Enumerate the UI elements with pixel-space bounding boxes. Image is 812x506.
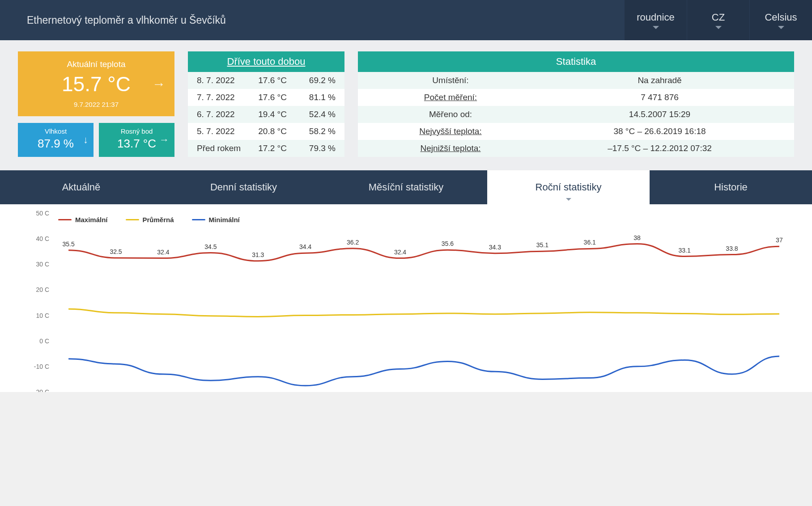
history-temp: 17.6 °C xyxy=(251,93,293,102)
tab-denní-statistiky[interactable]: Denní statistiky xyxy=(162,170,325,204)
humidity-label: Vlhkost xyxy=(21,127,91,135)
history-date: Před rokem xyxy=(197,143,251,153)
data-label: 37 xyxy=(776,236,783,244)
tab-aktuálně[interactable]: Aktuálně xyxy=(0,170,162,204)
y-tick-label: 40 C xyxy=(31,235,49,242)
y-tick-label: 0 C xyxy=(31,337,49,345)
stats-row[interactable]: Nejnižší teplota:–17.5 °C – 12.2.2012 07… xyxy=(358,140,794,157)
history-row[interactable]: 8. 7. 202217.6 °C69.2 % xyxy=(188,72,344,89)
stats-key[interactable]: Počet měření: xyxy=(367,93,534,102)
history-date: 5. 7. 2022 xyxy=(197,126,251,136)
stats-key: Umístění: xyxy=(367,76,534,85)
stats-key[interactable]: Nejnižší teplota: xyxy=(367,143,534,153)
current-cards: Aktuální teplota 15.7 °C 9.7.2022 21:37 … xyxy=(18,51,174,157)
data-label: 32.4 xyxy=(394,249,406,256)
stats-key: Měřeno od: xyxy=(367,110,534,119)
humidity-card[interactable]: Vlhkost 87.9 % ↓ xyxy=(18,123,94,157)
data-label: 36.1 xyxy=(584,239,596,246)
temp-value: 15.7 °C xyxy=(22,72,170,96)
data-label: 33.8 xyxy=(726,245,738,252)
series-Maximální xyxy=(68,244,779,261)
stats-row: Umístění:Na zahradě xyxy=(358,72,794,89)
history-hum: 79.3 % xyxy=(293,143,336,153)
arrow-down-icon: ↓ xyxy=(83,134,88,146)
history-temp: 19.4 °C xyxy=(251,110,293,119)
language-select-value: CZ xyxy=(712,12,725,23)
tab-měsíční-statistiky[interactable]: Měsíční statistiky xyxy=(325,170,487,204)
yearly-chart: MaximálníPrůměrnáMinimální 50 C40 C30 C2… xyxy=(9,213,803,392)
stats-value: 7 471 876 xyxy=(534,93,785,102)
temp-label: Aktuální teplota xyxy=(22,59,170,69)
data-label: 33.1 xyxy=(678,247,690,254)
history-temp: 17.2 °C xyxy=(251,143,293,153)
location-select[interactable]: roudnice xyxy=(624,0,687,40)
history-row[interactable]: 7. 7. 202217.6 °C81.1 % xyxy=(188,89,344,106)
history-hum: 69.2 % xyxy=(293,76,336,85)
page-title: Ethernetový teploměr a vlhkoměr u Ševčík… xyxy=(0,0,624,40)
series-Minimální xyxy=(68,356,779,386)
y-tick-label: -10 C xyxy=(31,363,49,370)
history-row[interactable]: 5. 7. 202220.8 °C58.2 % xyxy=(188,123,344,140)
chevron-down-icon xyxy=(778,26,784,29)
stats-panel: Statistika Umístění:Na zahraděPočet měře… xyxy=(358,51,794,157)
data-label: 31.3 xyxy=(252,251,264,258)
y-tick-label: 30 C xyxy=(31,261,49,268)
data-label: 36.2 xyxy=(347,239,359,246)
history-panel-title[interactable]: Dříve touto dobou xyxy=(188,51,344,72)
temp-timestamp: 9.7.2022 21:37 xyxy=(22,101,170,108)
tab-historie[interactable]: Historie xyxy=(650,170,812,204)
series-Průměrná xyxy=(68,309,779,316)
stats-value: 38 °C – 26.6.2019 16:18 xyxy=(534,126,785,136)
data-label: 35.5 xyxy=(62,240,74,248)
data-label: 35.1 xyxy=(536,241,548,249)
history-panel: Dříve touto dobou 8. 7. 202217.6 °C69.2 … xyxy=(188,51,344,157)
history-row[interactable]: Před rokem17.2 °C79.3 % xyxy=(188,140,344,157)
history-date: 7. 7. 2022 xyxy=(197,93,251,102)
header-selects: roudnice CZ Celsius xyxy=(624,0,812,40)
data-label: 32.5 xyxy=(110,248,122,255)
humidity-value: 87.9 % xyxy=(21,137,91,151)
history-row[interactable]: 6. 7. 202219.4 °C52.4 % xyxy=(188,106,344,123)
stats-row: Měřeno od:14.5.2007 15:29 xyxy=(358,106,794,123)
dashboard-row: Aktuální teplota 15.7 °C 9.7.2022 21:37 … xyxy=(0,40,812,170)
header: Ethernetový teploměr a vlhkoměr u Ševčík… xyxy=(0,0,812,40)
chart-container: MaximálníPrůměrnáMinimální 50 C40 C30 C2… xyxy=(0,204,812,392)
data-label: 35.6 xyxy=(442,240,454,247)
data-label: 38 xyxy=(633,234,641,241)
stats-value: –17.5 °C – 12.2.2012 07:32 xyxy=(534,143,785,153)
tab-roční-statistiky[interactable]: Roční statistiky xyxy=(487,170,650,204)
units-select-value: Celsius xyxy=(765,12,797,23)
stats-value: 14.5.2007 15:29 xyxy=(534,110,785,119)
chevron-down-icon xyxy=(715,26,722,29)
data-label: 34.3 xyxy=(489,244,501,251)
stats-value: Na zahradě xyxy=(534,76,785,85)
history-date: 6. 7. 2022 xyxy=(197,110,251,119)
y-tick-label: -20 C xyxy=(31,388,49,392)
history-date: 8. 7. 2022 xyxy=(197,76,251,85)
units-select[interactable]: Celsius xyxy=(749,0,812,40)
data-label: 34.5 xyxy=(204,243,217,250)
data-label: 34.4 xyxy=(299,243,311,250)
data-label: 32.4 xyxy=(157,249,169,256)
dewpoint-card[interactable]: Rosný bod 13.7 °C → xyxy=(99,123,174,157)
location-select-value: roudnice xyxy=(637,12,674,23)
arrow-right-icon: → xyxy=(152,76,166,92)
stats-row[interactable]: Počet měření:7 471 876 xyxy=(358,89,794,106)
y-tick-label: 20 C xyxy=(31,286,49,293)
chevron-down-icon xyxy=(653,26,659,29)
language-select[interactable]: CZ xyxy=(687,0,749,40)
history-temp: 17.6 °C xyxy=(251,76,293,85)
tabs: AktuálněDenní statistikyMěsíční statisti… xyxy=(0,170,812,204)
chevron-down-icon xyxy=(566,198,571,201)
history-hum: 81.1 % xyxy=(293,93,336,102)
y-tick-label: 10 C xyxy=(31,312,49,319)
arrow-right-icon: → xyxy=(159,134,169,146)
stats-key[interactable]: Nejvyšší teplota: xyxy=(367,126,534,136)
history-temp: 20.8 °C xyxy=(251,126,293,136)
stats-panel-title: Statistika xyxy=(358,51,794,72)
history-hum: 52.4 % xyxy=(293,110,336,119)
current-temperature-card[interactable]: Aktuální teplota 15.7 °C 9.7.2022 21:37 … xyxy=(18,51,174,116)
history-hum: 58.2 % xyxy=(293,126,336,136)
stats-row[interactable]: Nejvyšší teplota:38 °C – 26.6.2019 16:18 xyxy=(358,123,794,140)
y-tick-label: 50 C xyxy=(31,210,49,217)
